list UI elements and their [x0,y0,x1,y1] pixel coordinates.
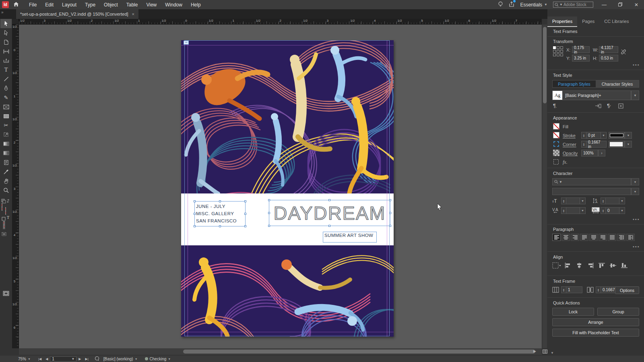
frame-handle[interactable] [268,212,270,214]
collapse-panels-icon[interactable]: » [1,10,4,14]
hand-tool[interactable] [0,176,12,185]
page-number-field[interactable]: 1 ▼ [50,356,76,362]
frame-handle[interactable] [268,199,270,201]
menu-window[interactable]: Window [165,2,182,8]
opacity-expand-arrow[interactable]: › [598,150,605,156]
opacity-value[interactable]: 100% [581,150,598,156]
font-style-chevron[interactable]: ▼ [631,188,639,195]
frame-handle[interactable] [219,200,221,202]
frame-handle[interactable] [389,199,391,201]
kerning-stepper[interactable]: ▲▼▼ [561,207,586,214]
linked-content-badge[interactable]: ∞ [184,41,189,45]
gap-tool[interactable] [0,47,12,56]
zoom-chevron[interactable]: ▼ [26,358,32,360]
x-field[interactable]: 0.175 in [572,46,590,53]
line-tool[interactable] [0,74,12,84]
gradient-feather-tool[interactable] [0,148,12,158]
font-size-chevron[interactable]: ▼ [580,197,586,204]
stroke-color-chevron[interactable]: ▼ [625,132,632,139]
rectangle-tool[interactable] [0,111,12,121]
justify-all-button[interactable] [608,234,616,241]
tracking-stepper[interactable]: ▲▼0▼ [601,207,625,214]
stroke-weight-stepper[interactable]: ▲▼0 pt▼ [581,132,607,139]
align-bottom-edges-button[interactable] [620,262,629,269]
restore-button[interactable] [615,2,625,8]
align-top-edges-button[interactable] [597,262,606,269]
leading-stepper[interactable]: ▲▼▼ [601,197,625,204]
leading-value[interactable] [606,197,619,204]
new-style-icon[interactable] [618,103,623,109]
frame-handle[interactable] [194,225,196,227]
kerning-value[interactable] [566,207,580,214]
apply-none-swatch[interactable] [4,221,4,228]
opacity-link[interactable]: Opacity [563,151,578,156]
tab-cc-libraries[interactable]: CC Libraries [599,16,634,27]
frame-handle[interactable] [389,212,391,214]
frame-handle[interactable] [389,225,391,227]
font-family-chevron[interactable]: ▼ [631,178,639,185]
view-options-icon[interactable] [2,231,8,238]
tracking-chevron[interactable]: ▼ [619,207,625,214]
frame-handle[interactable] [268,225,270,227]
transform-more-options[interactable]: ••• [633,62,640,67]
justify-left-button[interactable] [580,234,588,241]
clear-overrides-icon[interactable]: ¶⁄ [607,103,611,109]
justify-center-button[interactable] [589,234,598,241]
text-frame-subtitle[interactable]: SUMMER ART SHOW [323,232,377,243]
paragraph-styles-tab[interactable]: Paragraph Styles [553,80,596,87]
corner-link[interactable]: Corner [563,142,576,147]
tab-properties[interactable]: Properties [547,16,577,27]
lightbulb-icon[interactable] [498,1,503,8]
frame-handle[interactable] [244,200,246,202]
object-effects-icon[interactable] [553,159,559,166]
menu-edit[interactable]: Edit [45,2,54,8]
align-horizontal-centers-button[interactable] [575,262,584,269]
preflight-preset[interactable]: [Basic] (working) [103,357,133,361]
last-page-button[interactable]: ▶| [83,357,91,361]
font-family-search[interactable]: ▼ [552,178,631,185]
menu-type[interactable]: Type [85,2,95,8]
screen-mode-icon[interactable] [0,289,12,298]
frame-handle[interactable] [244,225,246,227]
paragraph-style-dropdown[interactable]: Ag [Basic Paragraph]+ [552,90,631,100]
fill-swatch[interactable] [553,123,559,130]
document-canvas[interactable]: ∞ JUNE - JULY MISC. GALLERY SAN FRANCISC… [19,25,542,348]
style-dropdown-chevron[interactable]: ▼ [631,90,639,100]
frame-handle[interactable] [244,213,246,215]
align-right-button[interactable] [571,234,579,241]
frame-handle[interactable] [328,199,330,201]
content-collector-tool[interactable] [0,56,12,65]
font-size-value[interactable] [566,197,580,204]
font-size-stepper[interactable]: ▲▼▼ [561,197,586,204]
stroke-weight-chevron[interactable]: ▼ [601,132,607,139]
preflight-status[interactable]: Checking [150,357,167,361]
text-frame-options-button[interactable]: Options [615,286,639,294]
formatting-affects-text-icon[interactable]: T [7,215,9,220]
pencil-tool[interactable]: ✎ [0,93,12,102]
document-tab[interactable]: *set-up-a-postcard_END_V2.indd @ 150% [C… [16,9,138,19]
menu-object[interactable]: Object [104,2,118,8]
vertical-scrollbar[interactable] [542,25,547,348]
redefine-style-icon[interactable] [595,103,601,109]
eyedropper-tool[interactable] [0,167,12,176]
stroke-link[interactable]: Stroke [563,133,576,138]
stock-search[interactable]: ▼ [553,2,593,8]
menu-layout[interactable]: Layout [62,2,76,8]
align-away-spine-button[interactable] [626,234,635,241]
columns-stepper[interactable]: ▲▼1 [561,286,582,293]
stroke-color-swatch[interactable] [609,132,625,139]
fill-swatch-none[interactable] [2,203,2,211]
menu-table[interactable]: Table [126,2,138,8]
character-more-options[interactable]: ••• [633,217,640,222]
scissors-tool[interactable]: ✂ [0,121,12,130]
zoom-tool[interactable] [0,185,12,195]
minimize-button[interactable]: — [599,2,609,8]
align-left-edges-button[interactable] [564,262,572,269]
align-center-button[interactable] [561,234,570,241]
pilcrow-options-icon[interactable]: ¶, [553,103,557,109]
align-vertical-centers-button[interactable] [609,262,617,269]
corner-style-chevron[interactable]: ▼ [625,141,632,148]
frame-handle[interactable] [219,225,221,227]
home-icon[interactable] [12,2,20,8]
fx-label[interactable]: fx. [563,159,568,165]
